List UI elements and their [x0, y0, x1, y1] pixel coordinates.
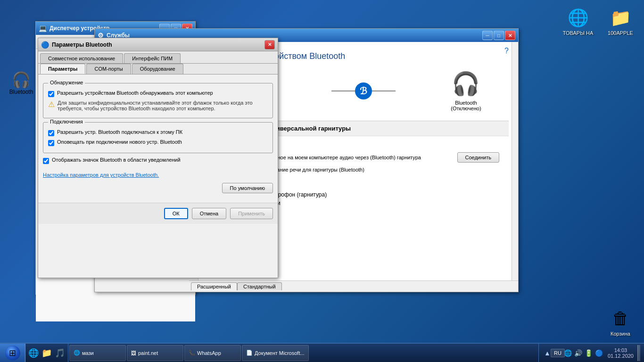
bt-connector: ℬ: [331, 82, 396, 99]
paint-icon: 🖼: [131, 350, 136, 356]
services-minimize-btn[interactable]: ─: [482, 31, 493, 40]
taskbar-item-paint[interactable]: 🖼 paint.net: [127, 345, 183, 361]
bt-dialog-titlebar[interactable]: 🔵 Параметры Bluetooth ✕: [38, 38, 278, 51]
connections-cb2[interactable]: [48, 140, 54, 146]
connector-line-right: [372, 90, 396, 91]
taskbar-item-whatsapp[interactable]: 📞 WhatsApp: [184, 345, 241, 361]
settings-link-row: Настройка параметров для устройств Bluet…: [43, 172, 273, 178]
tray-bluetooth-icon[interactable]: 🔵: [594, 348, 604, 358]
document-label: Документ Microsoft...: [255, 350, 305, 356]
tab-standard[interactable]: Стандартный: [237, 282, 282, 290]
tray-clock[interactable]: 14:03 01.12.2020: [606, 347, 636, 359]
desktop-top-right-icons: 🌐 ТОВАРЫ НА 📁 100APPLE: [559, 5, 639, 38]
quick-launch: 🌐 📁 🎵: [25, 344, 68, 362]
trash-label: Корзина: [611, 331, 630, 337]
desktop: 🌐 ТОВАРЫ НА 📁 100APPLE 🎧 Bluetooth 💻 Дис…: [0, 0, 644, 362]
settings-link[interactable]: Настройка параметров для устройств Bluet…: [43, 172, 159, 178]
default-btn-row: По умолчанию: [43, 183, 273, 193]
tab-shared[interactable]: Совместное использование: [40, 53, 123, 63]
quick-folder-icon[interactable]: 📁: [41, 347, 53, 359]
services-maximize-btn[interactable]: □: [494, 31, 504, 40]
quick-chrome-icon[interactable]: 🌐: [27, 347, 40, 359]
tab-extended[interactable]: Расширенный: [191, 282, 237, 290]
services-controls: ─ □ ✕: [482, 31, 515, 40]
tab-hardware[interactable]: Оборудование: [132, 64, 183, 74]
tray-ru-label[interactable]: RU: [553, 348, 562, 358]
bt-device-name: Bluetooth (Отключено): [451, 100, 481, 111]
desktop-icon-apple[interactable]: 📁 100APPLE: [602, 5, 639, 38]
connect-button[interactable]: Соединить: [457, 152, 500, 163]
help-icon[interactable]: ?: [504, 47, 509, 55]
desktop-icon-trash[interactable]: 🗑 Корзина: [602, 305, 639, 338]
notifications-label: Отображать значок Bluetooth в области ув…: [52, 157, 181, 163]
mazi-label: мази: [82, 350, 94, 356]
bt-dialog-footer: ОК Отмена Применить: [38, 203, 278, 224]
bt-headphones-device: 🎧 Bluetooth (Отключено): [451, 71, 481, 111]
whatsapp-icon: 📞: [189, 350, 195, 356]
document-icon: 📄: [246, 350, 253, 356]
desktop-icon-label-bluetooth: Bluetooth: [9, 89, 33, 95]
notifications-row: Отображать значок Bluetooth в области ув…: [43, 157, 273, 164]
discovery-group: Обнаружение Разрешить устройствам Blueto…: [43, 83, 273, 118]
tray-icons: ▲ RU 🌐 🔊 🔋 🔵: [543, 348, 604, 358]
quick-media-icon[interactable]: 🎵: [54, 347, 66, 359]
bluetooth-params-dialog: 🔵 Параметры Bluetooth ✕ Совместное испол…: [38, 38, 278, 278]
bt-dialog-body: Обнаружение Разрешить устройствам Blueto…: [38, 74, 278, 203]
discovery-checkbox[interactable]: [48, 91, 54, 97]
headphones-large-icon: 🎧: [452, 71, 480, 97]
services-bottom-tabs: Расширенный Стандартный: [189, 280, 518, 292]
clock-time: 14:03: [614, 347, 627, 353]
whatsapp-label: WhatsApp: [197, 350, 221, 356]
discovery-group-title: Обнаружение: [48, 80, 85, 85]
taskbar: ⊞ 🌐 📁 🎵 🌐 мази 🖼 paint.net 📞 WhatsApp �: [0, 343, 644, 362]
discovery-cb1-row: Разрешить устройствам Bluetooth обнаружи…: [48, 90, 268, 97]
tab-params[interactable]: Параметры: [40, 64, 85, 74]
services-close-btn[interactable]: ✕: [505, 31, 515, 40]
connections-cb1-row: Разрешить устр. Bluetooth подключаться к…: [48, 129, 268, 136]
headphones-icon: 🎧: [12, 71, 31, 89]
connections-cb1[interactable]: [48, 130, 54, 136]
clock-date: 01.12.2020: [608, 353, 634, 359]
device-manager-icon: 💻: [39, 25, 47, 32]
folder-icon: 📁: [609, 7, 632, 29]
mazi-icon: 🌐: [74, 350, 80, 356]
tab-com[interactable]: COM-порты: [86, 64, 131, 74]
connections-cb2-label: Оповещать при подключении нового устр. B…: [57, 139, 182, 145]
desktop-icon-globe[interactable]: 🌐 ТОВАРЫ НА: [559, 5, 597, 38]
cancel-button[interactable]: Отмена: [192, 208, 226, 219]
tray-battery-icon[interactable]: 🔋: [584, 348, 594, 358]
language-indicator: RU: [551, 349, 565, 357]
taskbar-item-document[interactable]: 📄 Документ Microsoft...: [242, 345, 309, 361]
show-desktop-btn[interactable]: [637, 345, 640, 361]
taskbar-item-mazi[interactable]: 🌐 мази: [69, 345, 126, 361]
start-orb: ⊞: [5, 346, 20, 361]
warning-text: Для защиты конфиденциальности устанавлив…: [58, 100, 268, 111]
apply-button[interactable]: Применить: [230, 208, 273, 219]
bt-dialog-controls: ✕: [264, 40, 275, 49]
services-scrollbar[interactable]: [512, 42, 518, 292]
trash-icon: 🗑: [609, 307, 632, 330]
tray-sound-icon[interactable]: 🔊: [574, 348, 583, 358]
default-button[interactable]: По умолчанию: [222, 183, 273, 193]
notifications-checkbox[interactable]: [43, 158, 49, 164]
bt-dialog-close-btn[interactable]: ✕: [264, 40, 275, 49]
paint-label: paint.net: [138, 350, 158, 356]
globe-icon: 🌐: [567, 7, 589, 29]
connections-group-title: Подключения: [48, 119, 85, 124]
bluetooth-symbol: ℬ: [355, 82, 372, 99]
connections-group: Подключения Разрешить устр. Bluetooth по…: [43, 122, 273, 153]
connections-cb1-label: Разрешить устр. Bluetooth подключаться к…: [57, 129, 182, 135]
start-button[interactable]: ⊞: [0, 344, 25, 362]
connections-cb2-row: Оповещать при подключении нового устр. B…: [48, 139, 268, 146]
bt-dialog-icon: 🔵: [41, 41, 49, 49]
tray-network-icon[interactable]: 🌐: [563, 348, 573, 358]
bt-tabs-row1: Совместное использование Интерфейс ПИМ: [38, 51, 278, 64]
tab-pim[interactable]: Интерфейс ПИМ: [124, 53, 181, 63]
ok-button[interactable]: ОК: [164, 208, 188, 219]
warning-icon: ⚠: [48, 100, 55, 109]
discovery-cb1-label: Разрешить устройствам Bluetooth обнаружи…: [57, 90, 213, 96]
connector-line-left: [331, 90, 355, 91]
desktop-icon-label-globe: ТОВАРЫ НА: [563, 30, 594, 36]
desktop-icon-headphones[interactable]: 🎧 Bluetooth: [5, 71, 38, 95]
warning-row: ⚠ Для защиты конфиденциальности устанавл…: [48, 100, 268, 111]
